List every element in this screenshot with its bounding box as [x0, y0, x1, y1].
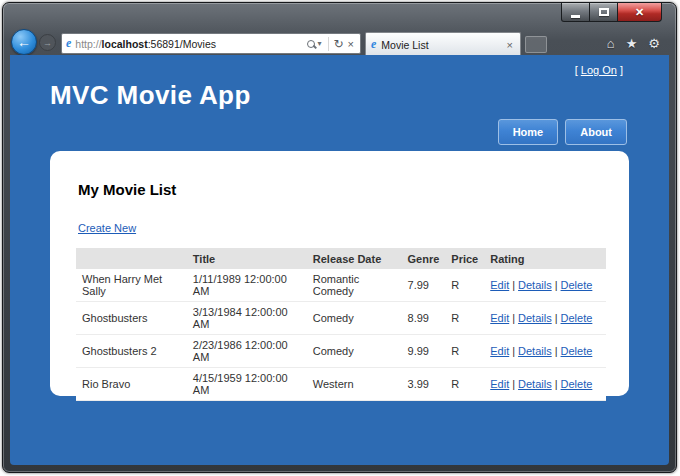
header-genre: Genre [402, 248, 446, 269]
movie-rating: R [445, 269, 484, 302]
minimize-icon [571, 15, 580, 18]
movie-rating: R [445, 335, 484, 368]
movie-price: 8.99 [402, 302, 446, 335]
search-icon[interactable] [307, 40, 315, 48]
content-card: My Movie List Create New Title Release D… [50, 151, 629, 396]
movie-genre: Romantic Comedy [307, 269, 402, 302]
page-favicon: e [66, 36, 71, 51]
edit-link[interactable]: Edit [490, 378, 509, 390]
address-divider [328, 37, 329, 51]
movie-date: 2/23/1986 12:00:00 AM [187, 335, 307, 368]
forward-button[interactable]: → [39, 34, 56, 51]
movies-table: Title Release Date Genre Price Rating Wh… [76, 248, 606, 401]
movie-genre: Comedy [307, 335, 402, 368]
details-link[interactable]: Details [518, 378, 552, 390]
header-empty [76, 248, 187, 269]
stop-icon[interactable]: × [348, 38, 354, 50]
action-separator: | [512, 345, 515, 357]
details-link[interactable]: Details [518, 279, 552, 291]
action-separator: | [512, 378, 515, 390]
url-path: :56891/Movies [148, 38, 216, 50]
nav-about-button[interactable]: About [565, 119, 627, 145]
close-icon: ✕ [635, 6, 644, 19]
address-dropdown-icon[interactable]: ▾ [317, 39, 321, 48]
address-bar[interactable]: e http://localhost:56891/Movies ▾ ↻ × [61, 33, 361, 54]
browser-window: ✕ ← → e http://localhost:56891/Movies ▾ … [2, 2, 677, 473]
movie-name: Ghostbusters 2 [76, 335, 187, 368]
url-protocol: http:// [75, 38, 101, 50]
movie-date: 3/13/1984 12:00:00 AM [187, 302, 307, 335]
back-button[interactable]: ← [11, 29, 37, 55]
favorites-star-icon[interactable]: ★ [626, 36, 638, 51]
header-price: Price [445, 248, 484, 269]
action-separator: | [555, 279, 558, 291]
tools-gear-icon[interactable]: ⚙ [648, 36, 660, 51]
movie-date: 1/11/1989 12:00:00 AM [187, 269, 307, 302]
header-rating: Rating [484, 248, 606, 269]
back-arrow-icon: ← [17, 34, 31, 50]
movie-date: 4/15/1959 12:00:00 AM [187, 368, 307, 401]
delete-link[interactable]: Delete [561, 378, 593, 390]
movie-name: Rio Bravo [76, 368, 187, 401]
minimize-button[interactable] [561, 3, 590, 22]
url-host: localhost [102, 38, 148, 50]
movie-genre: Western [307, 368, 402, 401]
row-actions: Edit|Details|Delete [484, 335, 606, 368]
home-icon[interactable]: ⌂ [607, 36, 615, 51]
table-row: Ghostbusters 3/13/1984 12:00:00 AM Comed… [76, 302, 606, 335]
movie-name: When Harry Met Sally [76, 269, 187, 302]
movie-rating: R [445, 368, 484, 401]
action-separator: | [555, 345, 558, 357]
row-actions: Edit|Details|Delete [484, 302, 606, 335]
logon-area: [ Log On ] [10, 55, 669, 76]
details-link[interactable]: Details [518, 312, 552, 324]
page-background: [ Log On ] MVC Movie App Home About My M… [10, 55, 669, 465]
refresh-icon[interactable]: ↻ [334, 37, 344, 51]
tab-movie-list[interactable]: e Movie List × [365, 32, 521, 56]
browser-toolbar-icons: ⌂ ★ ⚙ [607, 36, 660, 51]
row-actions: Edit|Details|Delete [484, 269, 606, 302]
tab-title: Movie List [381, 39, 504, 51]
nav-home-button[interactable]: Home [498, 119, 559, 145]
table-header-row: Title Release Date Genre Price Rating [76, 248, 606, 269]
delete-link[interactable]: Delete [561, 279, 593, 291]
forward-arrow-icon: → [43, 38, 52, 48]
url-text[interactable]: http://localhost:56891/Movies [75, 38, 305, 50]
new-tab-button[interactable] [525, 36, 547, 53]
movie-name: Ghostbusters [76, 302, 187, 335]
action-separator: | [512, 279, 515, 291]
table-row: Ghostbusters 2 2/23/1986 12:00:00 AM Com… [76, 335, 606, 368]
header-release-date: Release Date [307, 248, 402, 269]
movie-price: 7.99 [402, 269, 446, 302]
movie-price: 9.99 [402, 335, 446, 368]
maximize-icon [599, 8, 609, 16]
section-heading: My Movie List [78, 181, 603, 198]
close-window-button[interactable]: ✕ [618, 3, 662, 22]
delete-link[interactable]: Delete [561, 312, 593, 324]
window-controls: ✕ [561, 3, 662, 22]
tab-close-icon[interactable]: × [505, 39, 515, 51]
logon-bracket-right: ] [617, 64, 623, 76]
maximize-button[interactable] [590, 3, 618, 22]
details-link[interactable]: Details [518, 345, 552, 357]
movie-price: 3.99 [402, 368, 446, 401]
movie-rating: R [445, 302, 484, 335]
action-separator: | [555, 378, 558, 390]
action-separator: | [555, 312, 558, 324]
app-title: MVC Movie App [50, 80, 669, 111]
edit-link[interactable]: Edit [490, 312, 509, 324]
edit-link[interactable]: Edit [490, 345, 509, 357]
main-nav: Home About [10, 119, 627, 145]
logon-link[interactable]: Log On [581, 64, 617, 76]
row-actions: Edit|Details|Delete [484, 368, 606, 401]
movie-genre: Comedy [307, 302, 402, 335]
create-new-link[interactable]: Create New [78, 222, 136, 234]
action-separator: | [512, 312, 515, 324]
table-row: Rio Bravo 4/15/1959 12:00:00 AM Western … [76, 368, 606, 401]
table-row: When Harry Met Sally 1/11/1989 12:00:00 … [76, 269, 606, 302]
delete-link[interactable]: Delete [561, 345, 593, 357]
edit-link[interactable]: Edit [490, 279, 509, 291]
tab-favicon: e [371, 37, 376, 52]
header-title: Title [187, 248, 307, 269]
